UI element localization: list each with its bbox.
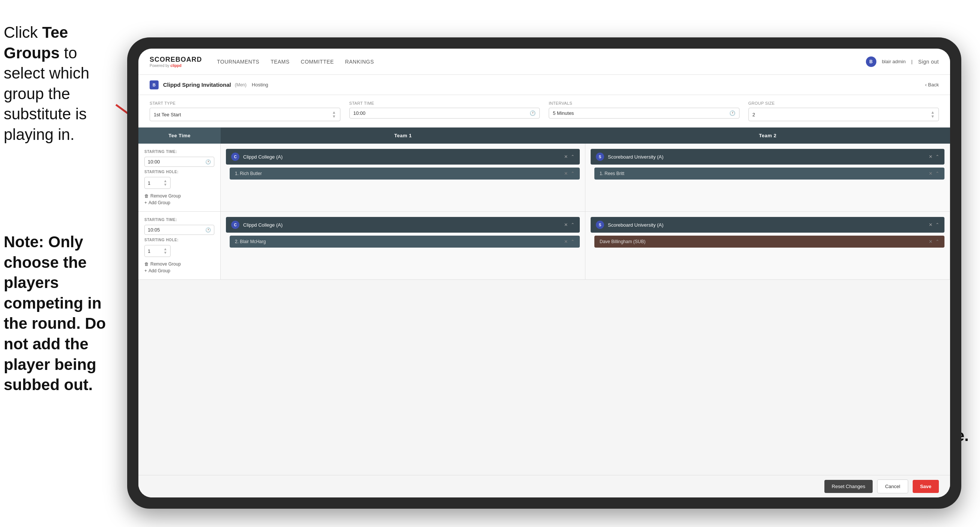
starting-hole-label-1: STARTING HOLE:: [145, 170, 214, 174]
bottom-bar: Reset Changes Cancel Save: [138, 475, 950, 497]
navbar: SCOREBOARD Powered by clippd TOURNAMENTS…: [138, 49, 950, 75]
chevron-up-icon-2[interactable]: ⌃: [571, 222, 574, 228]
group-size-group: Group Size 2 ▲▼: [748, 101, 939, 121]
player-actions-1-2: ✕ ⌃: [564, 239, 574, 244]
player2-close-icon[interactable]: ✕: [929, 171, 932, 176]
tee-clock-icon-1: 🕐: [205, 159, 211, 165]
hole-input-2[interactable]: 1 ▲▼: [145, 245, 170, 257]
add-group-button-2[interactable]: + Add Group: [145, 268, 214, 274]
team2-actions-2: ✕ ⌃: [929, 222, 939, 228]
hole-chevrons-2: ▲▼: [164, 247, 167, 255]
nav-separator: |: [911, 59, 912, 64]
team1-logo-1: C: [231, 153, 239, 161]
close-icon-2[interactable]: ✕: [564, 222, 568, 228]
reset-changes-button[interactable]: Reset Changes: [824, 480, 873, 493]
player-name-1-2: 2. Blair McHarg: [235, 239, 560, 244]
player-actions-2-1: ✕ ⌃: [929, 171, 939, 176]
nav-teams[interactable]: TEAMS: [270, 59, 290, 65]
sign-out-link[interactable]: Sign out: [918, 59, 939, 65]
player-chevron-icon[interactable]: ⌃: [571, 171, 574, 176]
tee-groups-bold: Tee Groups: [4, 24, 68, 62]
intervals-group: Intervals 5 Minutes 🕐: [549, 101, 740, 121]
start-type-label: Start Type: [150, 101, 340, 105]
player-chevron-icon-2[interactable]: ⌃: [571, 239, 574, 244]
tee-time-input-2[interactable]: 10:05 🕐: [145, 225, 214, 235]
hole-input-1[interactable]: 1 ▲▼: [145, 177, 170, 189]
tee-actions-1: 🗑 Remove Group + Add Group: [145, 193, 214, 205]
table-row: STARTING TIME: 10:05 🕐 STARTING HOLE: 1 …: [138, 212, 950, 280]
player-card-2-2[interactable]: Dave Billingham (SUB) ✕ ⌃: [594, 236, 945, 248]
player-close-icon[interactable]: ✕: [564, 171, 568, 176]
start-type-input[interactable]: 1st Tee Start ▲▼: [150, 108, 340, 121]
plus-icon: +: [145, 200, 147, 205]
tablet: SCOREBOARD Powered by clippd TOURNAMENTS…: [127, 37, 961, 509]
back-button[interactable]: ‹ Back: [925, 82, 939, 88]
player-name-2-2: Dave Billingham (SUB): [600, 239, 925, 244]
cancel-button[interactable]: Cancel: [877, 479, 908, 494]
hole-chevrons-1: ▲▼: [164, 179, 167, 187]
sub-header-logo: B: [150, 80, 159, 89]
sub-header: B Clippd Spring Invitational (Men) Hosti…: [138, 75, 950, 95]
start-time-group: Start Time 10:00 🕐: [349, 101, 540, 121]
note-text: Note: Only choose the players competing …: [0, 232, 116, 395]
add-group-button-1[interactable]: + Add Group: [145, 200, 214, 205]
tee-left-1: STARTING TIME: 10:00 🕐 STARTING HOLE: 1 …: [138, 143, 221, 211]
col-team2: Team 2: [585, 127, 950, 143]
team2-name-1: Scoreboard University (A): [608, 154, 925, 160]
starting-hole-label-2: STARTING HOLE:: [145, 238, 214, 242]
start-time-input[interactable]: 10:00 🕐: [349, 108, 540, 119]
remove-group-button-1[interactable]: 🗑 Remove Group: [145, 193, 214, 199]
player-card-2-1[interactable]: 1. Rees Britt ✕ ⌃: [594, 167, 945, 180]
team2-cell-1: S Scoreboard University (A) ✕ ⌃ 1. Rees …: [585, 143, 950, 211]
team2-close-icon[interactable]: ✕: [929, 154, 932, 159]
tee-time-input-1[interactable]: 10:00 🕐: [145, 157, 214, 167]
player2-chevron-icon-2[interactable]: ⌃: [935, 239, 939, 244]
close-icon[interactable]: ✕: [564, 154, 568, 159]
team2-chevron-icon-2[interactable]: ⌃: [935, 222, 939, 228]
group-size-chevrons: ▲▼: [931, 110, 935, 119]
remove-group-button-2[interactable]: 🗑 Remove Group: [145, 261, 214, 267]
nav-right: B blair admin | Sign out: [866, 56, 939, 67]
group-size-input[interactable]: 2 ▲▼: [748, 108, 939, 121]
group-size-label: Group Size: [748, 101, 939, 105]
team2-logo-2: S: [596, 221, 604, 229]
team2-card-1[interactable]: S Scoreboard University (A) ✕ ⌃: [590, 149, 945, 165]
team1-name-1: Clippd College (A): [243, 154, 560, 160]
nav-committee[interactable]: COMMITTEE: [301, 59, 334, 65]
team1-card-1[interactable]: C Clippd College (A) ✕ ⌃: [226, 149, 580, 165]
start-type-group: Start Type 1st Tee Start ▲▼: [150, 101, 340, 121]
player2-chevron-icon[interactable]: ⌃: [935, 171, 939, 176]
logo-scoreboard: SCOREBOARD: [150, 56, 202, 64]
chevron-up-icon[interactable]: ⌃: [571, 154, 574, 159]
col-team1: Team 1: [221, 127, 585, 143]
team1-card-2[interactable]: C Clippd College (A) ✕ ⌃: [226, 217, 580, 232]
col-headers: Tee Time Team 1 Team 2: [138, 127, 950, 143]
nav-rankings[interactable]: RANKINGS: [345, 59, 374, 65]
tee-clock-icon-2: 🕐: [205, 228, 211, 232]
intervals-clock-icon: 🕐: [729, 110, 735, 116]
instruction-text: Click Tee Groups to select which group t…: [0, 22, 116, 145]
tee-actions-2: 🗑 Remove Group + Add Group: [145, 261, 214, 274]
player-card-1-2[interactable]: 2. Blair McHarg ✕ ⌃: [230, 236, 580, 248]
nav-user: blair admin: [882, 59, 906, 64]
team2-chevron-icon[interactable]: ⌃: [935, 154, 939, 159]
note-bold: Note: Only choose the players competing …: [4, 233, 106, 393]
player2-close-icon-2[interactable]: ✕: [929, 239, 932, 244]
player-card-1-1[interactable]: 1. Rich Butler ✕ ⌃: [230, 167, 580, 180]
trash-icon-2: 🗑: [145, 261, 149, 267]
save-button[interactable]: Save: [913, 480, 939, 493]
tablet-screen: SCOREBOARD Powered by clippd TOURNAMENTS…: [138, 49, 950, 497]
team2-card-2[interactable]: S Scoreboard University (A) ✕ ⌃: [590, 217, 945, 232]
team1-logo-2: C: [231, 221, 239, 229]
player-close-icon-2[interactable]: ✕: [564, 239, 568, 244]
table-row: STARTING TIME: 10:00 🕐 STARTING HOLE: 1 …: [138, 143, 950, 212]
sub-header-title: Clippd Spring Invitational: [163, 81, 231, 88]
player-actions-2-2: ✕ ⌃: [929, 239, 939, 244]
intervals-input[interactable]: 5 Minutes 🕐: [549, 108, 740, 119]
nav-tournaments[interactable]: TOURNAMENTS: [217, 59, 259, 65]
team1-name-2: Clippd College (A): [243, 222, 560, 228]
tee-left-2: STARTING TIME: 10:05 🕐 STARTING HOLE: 1 …: [138, 212, 221, 279]
team2-close-icon-2[interactable]: ✕: [929, 222, 932, 228]
nav-links: TOURNAMENTS TEAMS COMMITTEE RANKINGS: [217, 59, 866, 65]
team2-cell-2: S Scoreboard University (A) ✕ ⌃ Dave Bil…: [585, 212, 950, 279]
